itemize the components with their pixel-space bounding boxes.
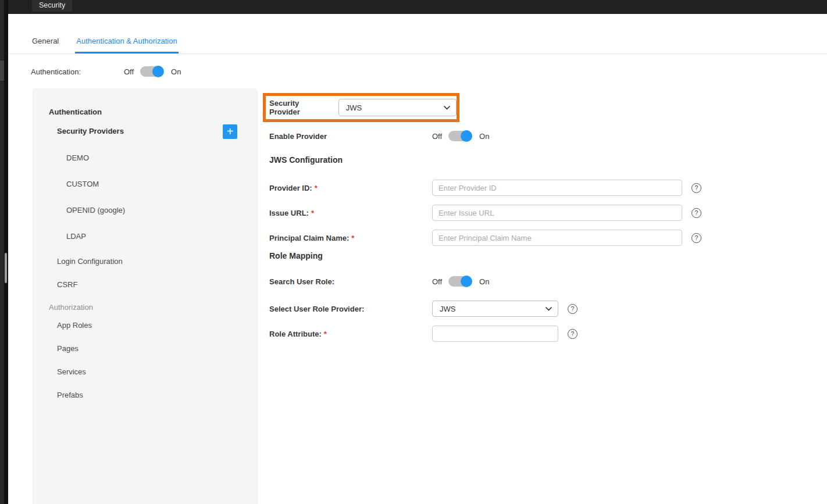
provider-id-label: Provider ID:* (269, 184, 432, 192)
toggle-on-label: On (479, 132, 489, 141)
sidebar-item-security-providers[interactable]: Security Providers (57, 127, 124, 135)
toggle-knob (152, 66, 164, 77)
help-icon[interactable]: ? (691, 233, 701, 243)
security-provider-select[interactable]: JWS (338, 99, 457, 116)
toggle-knob (461, 276, 472, 287)
issue-url-row: Issue URL:* ? (269, 205, 701, 221)
security-provider-label: Security Provider (269, 99, 331, 116)
authentication-toggle[interactable] (140, 66, 163, 77)
enable-provider-row: Enable Provider Off On (269, 128, 489, 144)
user-role-provider-select[interactable]: JWS (432, 301, 558, 317)
required-mark: * (324, 330, 327, 338)
required-mark: * (311, 209, 314, 217)
security-settings-page: Security General Authentication & Author… (0, 0, 827, 504)
role-mapping-heading: Role Mapping (269, 251, 323, 260)
window-tab-security[interactable]: Security (32, 0, 72, 12)
sidebar-item-prefabs[interactable]: Prefabs (57, 391, 83, 399)
principal-claim-name-label: Principal Claim Name:* (269, 234, 432, 242)
sidebar-item-demo[interactable]: DEMO (66, 153, 89, 162)
security-provider-value: JWS (346, 103, 362, 112)
settings-tabs: General Authentication & Authorization (8, 34, 827, 54)
enable-provider-toggle[interactable] (448, 131, 472, 141)
sidebar-item-openid-google[interactable]: OPENID (google) (66, 206, 125, 215)
sidebar-item-pages[interactable]: Pages (57, 344, 79, 353)
select-user-role-provider-row: Select User Role Provider: JWS ? (269, 301, 578, 317)
authentication-toggle-group: Off On (124, 66, 181, 77)
toggle-on-label: On (479, 277, 489, 286)
plus-icon: + (227, 126, 234, 137)
role-attribute-row: Role Attribute:* ? (269, 326, 578, 342)
enable-provider-toggle-group: Off On (432, 131, 489, 141)
help-icon[interactable]: ? (568, 329, 578, 339)
toggle-on-label: On (171, 67, 181, 76)
help-icon[interactable]: ? (691, 183, 701, 193)
principal-claim-name-row: Principal Claim Name:* ? (269, 230, 701, 246)
search-user-role-toggle[interactable] (448, 276, 472, 287)
add-provider-button[interactable]: + (223, 124, 237, 139)
role-attribute-label: Role Attribute:* (269, 330, 432, 338)
sidebar-item-ldap[interactable]: LDAP (66, 232, 86, 241)
left-activity-rail (0, 0, 4, 504)
search-user-role-row: Search User Role: Off On (269, 273, 489, 289)
jws-configuration-heading: JWS Configuration (269, 155, 343, 165)
help-icon[interactable]: ? (691, 208, 701, 218)
search-user-role-toggle-group: Off On (432, 276, 489, 287)
select-user-role-provider-label: Select User Role Provider: (269, 305, 432, 313)
toggle-off-label: Off (432, 277, 442, 286)
sidebar-section-authorization: Authorization (49, 303, 93, 312)
left-collapsed-panel (4, 0, 8, 504)
sidebar-item-custom[interactable]: CUSTOM (66, 180, 99, 188)
required-mark: * (315, 184, 318, 192)
sidebar-item-app-roles[interactable]: App Roles (57, 321, 92, 330)
chevron-down-icon (546, 307, 552, 311)
authentication-toggle-row: Authentication: Off On (31, 64, 181, 79)
toggle-off-label: Off (432, 132, 442, 141)
toggle-off-label: Off (124, 67, 134, 76)
sidebar-item-login-configuration[interactable]: Login Configuration (57, 257, 123, 266)
content-area: General Authentication & Authorization A… (8, 14, 827, 504)
tab-authentication-authorization[interactable]: Authentication & Authorization (75, 37, 178, 53)
issue-url-label: Issue URL:* (269, 209, 432, 217)
role-attribute-input[interactable] (432, 326, 558, 342)
enable-provider-label: Enable Provider (269, 132, 432, 141)
security-provider-highlight-box: Security Provider JWS (263, 93, 459, 122)
tab-general[interactable]: General (31, 37, 60, 53)
principal-claim-name-input[interactable] (432, 230, 682, 246)
provider-id-input[interactable] (432, 180, 682, 196)
top-bar: Security (8, 0, 827, 14)
panel-drag-handle[interactable] (5, 253, 7, 283)
toggle-knob (461, 130, 472, 142)
chevron-down-icon (444, 106, 450, 110)
sidebar-item-services[interactable]: Services (57, 367, 86, 376)
rail-active-segment[interactable] (0, 60, 4, 81)
sidebar-section-authentication: Authentication (49, 108, 102, 116)
user-role-provider-value: JWS (440, 305, 455, 313)
authentication-label: Authentication: (31, 67, 124, 76)
security-nav-sidebar: Authentication Security Providers + DEMO… (33, 88, 258, 504)
provider-id-row: Provider ID:* ? (269, 180, 701, 196)
help-icon[interactable]: ? (568, 304, 578, 314)
search-user-role-label: Search User Role: (269, 277, 432, 286)
issue-url-input[interactable] (432, 205, 682, 221)
sidebar-item-csrf[interactable]: CSRF (57, 280, 77, 289)
required-mark: * (351, 234, 354, 242)
